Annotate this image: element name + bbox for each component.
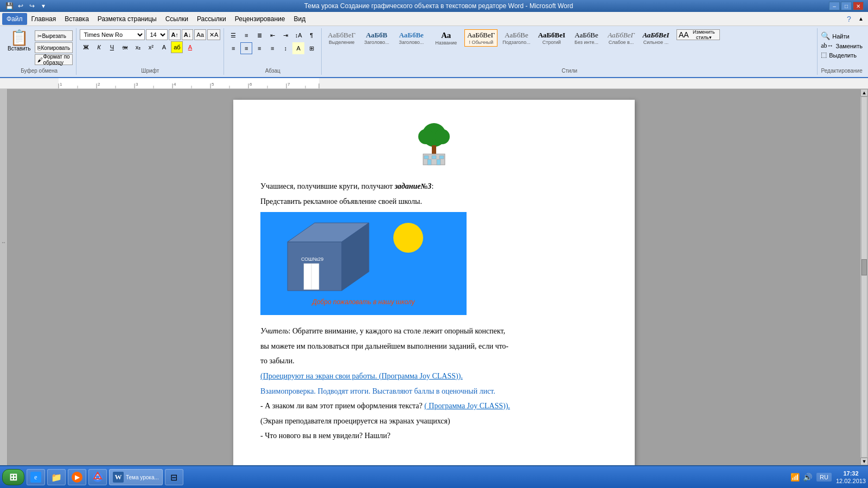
svg-text:4: 4 — [174, 82, 176, 87]
strikethrough-button[interactable]: зк — [119, 41, 131, 53]
clock-date: 12.02.2013 — [836, 477, 866, 485]
taskbar-app[interactable]: ⊟ — [165, 469, 183, 485]
bullets-button[interactable]: ☰ — [227, 29, 239, 41]
para-mutual-check: Взаимопроверка. Подводят итоги. Выставля… — [260, 386, 608, 397]
network-icon: 📶 — [790, 473, 800, 481]
style-no-spacing[interactable]: АаБбВе Без инте... — [570, 29, 603, 47]
app-icon: ⊟ — [169, 472, 180, 483]
style-strong-sample: АаБбВеI — [538, 31, 565, 40]
menu-file[interactable]: Файл — [2, 13, 27, 25]
para-project-link[interactable]: (Проецируют на экран свои работы. (Прогр… — [260, 371, 608, 382]
decrease-font-button[interactable]: A↓ — [182, 29, 193, 40]
multilevel-list-button[interactable]: ≣ — [253, 29, 265, 41]
clear-format-button[interactable]: ✕A — [207, 29, 220, 40]
taskbar-explorer[interactable]: 📁 — [47, 469, 66, 485]
format-painter-button[interactable]: 🖌 Формат по образцу — [35, 54, 73, 65]
shading-button[interactable]: A — [292, 42, 304, 54]
justify-button[interactable]: ≡ — [266, 42, 278, 54]
svg-text:2: 2 — [98, 82, 100, 87]
taskbar-ie[interactable]: e — [27, 469, 45, 485]
style-subtitle[interactable]: АаБбВе Подзаголо... — [500, 29, 533, 47]
font-name-select[interactable]: Times New Ro — [80, 29, 145, 40]
window-controls[interactable]: – □ ✕ — [829, 2, 864, 10]
help-button[interactable]: ? — [844, 14, 854, 24]
svg-rect-31 — [439, 156, 444, 159]
qat-dropdown-button[interactable]: ▾ — [39, 1, 48, 11]
style-heading1[interactable]: АаБбВ Заголово... — [360, 29, 393, 47]
undo-qat-button[interactable]: ↩ — [16, 1, 25, 11]
para-teacher-line2: вы можете им пользоваться при дальнейшем… — [260, 341, 608, 352]
change-case-button[interactable]: Аа — [194, 29, 206, 40]
taskbar-media[interactable]: ▶ — [68, 469, 86, 485]
style-title[interactable]: Аа Название — [430, 29, 462, 47]
minimize-button[interactable]: – — [829, 2, 840, 10]
style-no-spacing-sample: АаБбВе — [573, 31, 600, 40]
italic-button[interactable]: К — [93, 41, 105, 53]
maximize-button[interactable]: □ — [841, 2, 852, 10]
replace-button[interactable]: ab↔ Заменить — [821, 42, 863, 50]
underline-button[interactable]: Ч — [106, 41, 118, 53]
menu-insert[interactable]: Вставка — [60, 13, 93, 25]
redo-qat-button[interactable]: ↪ — [27, 1, 37, 11]
align-center-button[interactable]: ≡ — [240, 42, 252, 54]
menu-review[interactable]: Рецензирование — [231, 13, 290, 25]
increase-font-button[interactable]: A↑ — [169, 29, 180, 40]
vertical-scrollbar[interactable]: ▲ ▼ — [860, 89, 868, 465]
bold-button[interactable]: Ж — [80, 41, 92, 53]
line-spacing-button[interactable]: ↕ — [279, 42, 291, 54]
font-color-button[interactable]: А — [184, 41, 196, 53]
joy-class-link2[interactable]: ( Программа Joy CLASS)). — [424, 402, 510, 410]
menu-mailings[interactable]: Рассылки — [193, 13, 231, 25]
style-subtle-em[interactable]: АаБбВеГ Слабое в... — [605, 29, 637, 47]
menu-page-layout[interactable]: Разметка страницы — [93, 13, 161, 25]
cut-button[interactable]: ✂ Вырезать — [35, 30, 73, 41]
style-intense-em[interactable]: АаБбВеI Сильное ... — [640, 29, 672, 47]
scroll-down-button[interactable]: ▼ — [860, 458, 868, 465]
taskbar-word[interactable]: W Тема урока... — [109, 469, 163, 485]
menu-references[interactable]: Ссылки — [161, 13, 193, 25]
show-marks-button[interactable]: ¶ — [305, 29, 317, 41]
style-strong[interactable]: АаБбВеI Строгий — [535, 29, 568, 47]
svg-rect-33 — [437, 159, 441, 165]
style-selection[interactable]: АаБбВеГ Выделение — [325, 29, 358, 47]
style-heading2[interactable]: АаБбВе Заголово... — [395, 29, 427, 47]
language-switcher[interactable]: RU — [816, 473, 832, 481]
numbering-button[interactable]: ≡ — [240, 29, 252, 41]
superscript-button[interactable]: х² — [145, 41, 157, 53]
document-scroll[interactable]: Учашиеся, получившие круги, получают зад… — [8, 89, 860, 465]
font-size-select[interactable]: 14 — [146, 29, 168, 40]
highlight-button[interactable]: аб — [171, 41, 183, 53]
taskbar-chrome[interactable] — [88, 469, 107, 485]
sort-button[interactable]: ↕A — [292, 29, 304, 41]
save-qat-button[interactable]: 💾 — [4, 1, 14, 11]
text-effects-button[interactable]: А — [158, 41, 170, 53]
explorer-icon: 📁 — [51, 472, 62, 483]
menu-home[interactable]: Главная — [27, 13, 61, 25]
scroll-thumb[interactable] — [861, 259, 867, 275]
quick-access-toolbar[interactable]: 💾 ↩ ↪ ▾ — [4, 1, 48, 11]
svg-text:3: 3 — [136, 82, 138, 87]
ribbon-toggle-button[interactable]: ▲ — [856, 14, 866, 24]
scroll-up-button[interactable]: ▲ — [860, 89, 868, 97]
find-button[interactable]: 🔍 Найти — [821, 31, 849, 41]
style-normal[interactable]: АаБбВеГ ! Обычный — [464, 29, 497, 47]
menu-view[interactable]: Вид — [289, 13, 310, 25]
align-right-button[interactable]: ≡ — [253, 42, 265, 54]
copy-button[interactable]: ⎘ Копировать — [35, 42, 73, 53]
tree-svg — [407, 121, 461, 170]
system-tray: 📶 🔊 — [790, 473, 812, 481]
subscript-button[interactable]: х₂ — [132, 41, 144, 53]
increase-indent-button[interactable]: ⇥ — [279, 29, 291, 41]
font-label: Шрифт — [80, 67, 220, 74]
tree-image — [260, 121, 608, 170]
close-button[interactable]: ✕ — [853, 2, 864, 10]
joy-class-link[interactable]: (Проецируют на экран свои работы. (Прогр… — [260, 372, 463, 380]
start-button[interactable]: ⊞ — [2, 469, 24, 485]
decrease-indent-button[interactable]: ⇤ — [266, 29, 278, 41]
paste-button[interactable]: 📋 Вставить — [5, 29, 33, 53]
scroll-track[interactable] — [861, 97, 867, 458]
borders-button[interactable]: ⊞ — [305, 42, 317, 54]
change-styles-button[interactable]: АА Изменить стиль▾ — [676, 29, 720, 40]
align-left-button[interactable]: ≡ — [227, 42, 239, 54]
select-button[interactable]: ⬚ Выделить — [821, 51, 857, 59]
